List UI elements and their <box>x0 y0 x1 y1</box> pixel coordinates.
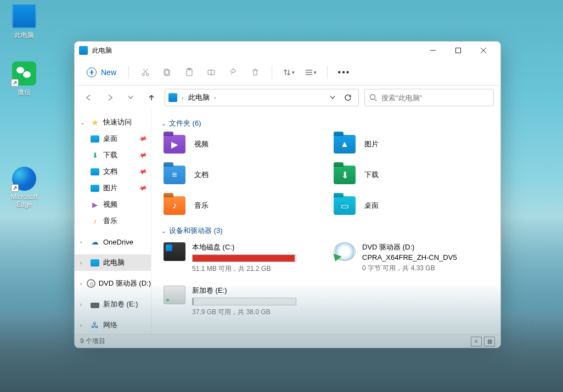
chevron-right-icon[interactable]: › <box>181 94 185 101</box>
group-header-label: 文件夹 (6) <box>169 118 201 128</box>
shortcut-arrow-icon: ↗ <box>11 184 19 192</box>
recent-button <box>123 90 138 105</box>
sidebar-documents[interactable]: 文档📌 <box>75 163 151 180</box>
folder-documents[interactable]: ≡文档 <box>161 164 320 185</box>
paste-button <box>179 64 199 81</box>
sidebar-dvd[interactable]: ›DVD 驱动器 (D:) <box>75 275 151 292</box>
sidebar-desktop[interactable]: 桌面📌 <box>75 130 151 147</box>
svg-line-6 <box>144 69 148 73</box>
chevron-right-icon[interactable]: › <box>213 94 217 101</box>
sort-button[interactable]: ▾ <box>279 64 299 81</box>
sidebar-item-label: 视频 <box>103 200 117 209</box>
sidebar-item-label: OneDrive <box>103 238 133 246</box>
sidebar-pictures[interactable]: 图片📌 <box>75 180 151 196</box>
svg-line-18 <box>375 99 376 101</box>
folder-videos[interactable]: ▶视频 <box>161 134 320 155</box>
sidebar-downloads[interactable]: ⬇下载📌 <box>75 147 151 163</box>
folder-label: 视频 <box>194 139 209 149</box>
separator <box>272 66 272 79</box>
documents-folder-icon: ≡ <box>164 166 185 184</box>
folder-downloads[interactable]: ⬇下载 <box>331 164 491 185</box>
sidebar-new-volume[interactable]: ›新加卷 (E:) <box>75 296 151 313</box>
chevron-right-icon: › <box>80 281 83 287</box>
search-input[interactable] <box>381 94 489 102</box>
this-pc-icon <box>91 259 99 266</box>
chevron-down-icon <box>128 95 133 100</box>
view-button[interactable]: ▾ <box>301 64 320 81</box>
desktop-icon-edge[interactable]: ↗ Microsoft Edge <box>2 167 46 208</box>
svg-rect-1 <box>456 48 461 53</box>
sidebar-item-label: 新加卷 (E:) <box>103 299 138 309</box>
close-button[interactable] <box>471 42 496 59</box>
drive-c[interactable]: 本地磁盘 (C:) 51.1 MB 可用，共 21.2 GB <box>161 241 320 275</box>
sort-icon <box>283 69 291 76</box>
sidebar-music[interactable]: ♪音乐 <box>75 213 151 229</box>
minimize-icon <box>430 48 436 53</box>
arrow-right-icon <box>106 94 114 101</box>
folder-label: 音乐 <box>194 201 209 211</box>
folder-label: 图片 <box>364 139 379 149</box>
breadcrumb-item[interactable]: 此电脑 <box>188 93 210 103</box>
group-header-label: 设备和驱动器 (3) <box>169 226 223 236</box>
desktop-icon-label: 此电脑 <box>2 31 46 40</box>
explorer-window: 此电脑 New ▾ ▾ <box>74 41 501 348</box>
pin-icon: 📌 <box>138 134 148 144</box>
icons-view-button[interactable]: ▦ <box>484 337 495 346</box>
svg-line-7 <box>143 69 147 73</box>
drive-icon <box>164 286 185 304</box>
search-bar[interactable] <box>364 89 494 106</box>
delete-button <box>245 64 265 81</box>
address-bar[interactable]: › 此电脑 › <box>165 89 359 106</box>
new-button[interactable]: New <box>81 64 122 81</box>
copy-icon <box>163 68 172 77</box>
videos-folder-icon: ▶ <box>164 135 185 154</box>
edge-icon: ↗ <box>12 167 36 191</box>
sidebar-item-label: 此电脑 <box>103 258 125 268</box>
drive-usage-fill <box>193 255 295 262</box>
chevron-down-icon <box>330 95 335 100</box>
sidebar-quick-access[interactable]: ⌄ ★ 快速访问 <box>75 114 151 130</box>
drive-name: 新加卷 (E:) <box>192 286 296 296</box>
maximize-button[interactable] <box>446 42 471 59</box>
group-header-folders[interactable]: ⌄ 文件夹 (6) <box>161 118 491 128</box>
sidebar-onedrive[interactable]: ›☁OneDrive <box>75 234 151 250</box>
sidebar-item-label: 网络 <box>103 320 117 330</box>
folder-pictures[interactable]: ▲图片 <box>331 134 491 155</box>
sidebar-network[interactable]: ›🖧网络 <box>75 317 151 333</box>
desktop-icon-wechat[interactable]: ↗ 微信 <box>2 61 46 97</box>
video-icon: ▶ <box>90 200 100 209</box>
details-view-button[interactable]: ≡ <box>471 337 482 346</box>
search-icon <box>369 94 377 101</box>
drive-usage-bar <box>192 298 296 305</box>
drive-usage-bar <box>192 254 296 262</box>
folder-icon <box>91 135 99 143</box>
more-button[interactable]: ••• <box>334 64 354 81</box>
copy-button <box>157 64 177 81</box>
address-dropdown[interactable] <box>328 93 337 102</box>
paste-icon <box>185 68 194 77</box>
sidebar-item-label: 图片 <box>103 183 117 193</box>
share-icon <box>229 68 238 77</box>
close-icon <box>481 48 486 53</box>
this-pc-icon <box>12 4 36 29</box>
shortcut-arrow-icon: ↗ <box>11 79 19 87</box>
status-text: 9 个项目 <box>80 337 105 346</box>
up-button[interactable] <box>144 90 159 105</box>
chevron-right-icon: › <box>80 302 87 308</box>
drive-e[interactable]: 新加卷 (E:) 37.9 GB 可用，共 38.0 GB <box>161 285 320 318</box>
desktop-folder-icon: ▭ <box>334 196 356 215</box>
titlebar[interactable]: 此电脑 <box>75 42 500 59</box>
refresh-button[interactable] <box>341 92 355 104</box>
group-header-devices[interactable]: ⌄ 设备和驱动器 (3) <box>161 226 491 236</box>
minimize-button[interactable] <box>420 42 446 59</box>
sidebar-videos[interactable]: ▶视频 <box>75 196 151 213</box>
music-folder-icon: ♪ <box>164 196 185 215</box>
folder-music[interactable]: ♪音乐 <box>161 195 320 216</box>
dvd-icon <box>87 279 95 288</box>
chevron-down-icon: ⌄ <box>161 121 166 127</box>
drive-d[interactable]: DVD 驱动器 (D:) CPRA_X64FRE_ZH-CN_DV5 0 字节 … <box>331 241 491 275</box>
desktop-icon-this-pc[interactable]: 此电脑 <box>2 4 46 40</box>
folder-desktop[interactable]: ▭桌面 <box>331 195 491 216</box>
arrow-left-icon <box>85 94 93 101</box>
sidebar-this-pc[interactable]: ›此电脑 <box>75 254 151 271</box>
